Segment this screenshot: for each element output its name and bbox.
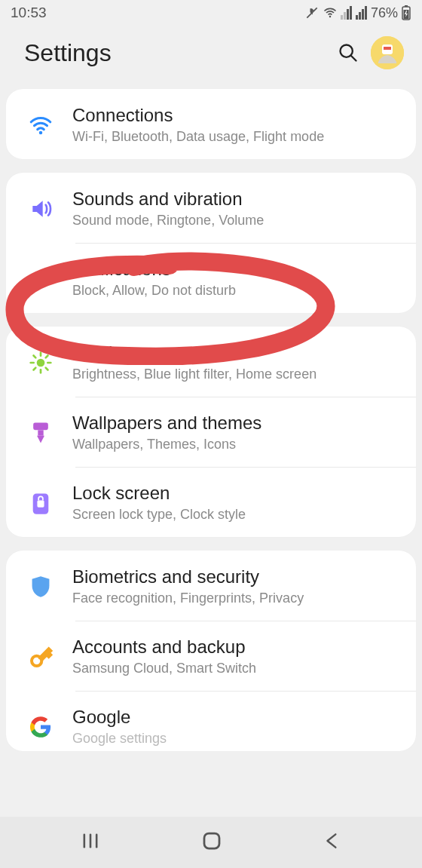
settings-group: Sounds and vibration Sound mode, Rington…	[6, 173, 416, 313]
nav-recents[interactable]	[80, 830, 101, 854]
row-title: Biometrics and security	[72, 566, 402, 587]
row-title: Google	[72, 707, 402, 728]
svg-rect-8	[362, 9, 364, 20]
signal-icon-2	[356, 6, 368, 20]
row-subtitle: Wi-Fi, Bluetooth, Data usage, Flight mod…	[72, 129, 402, 145]
nav-back[interactable]	[323, 831, 342, 854]
row-display[interactable]: Display Brightness, Blue light filter, H…	[6, 327, 416, 397]
signal-icon	[341, 6, 353, 20]
key-icon	[20, 645, 62, 669]
svg-rect-3	[344, 12, 346, 20]
wifi-icon	[323, 5, 338, 20]
row-accounts[interactable]: Accounts and backup Samsung Cloud, Smart…	[6, 621, 416, 691]
row-subtitle: Google settings	[72, 731, 402, 747]
svg-rect-33	[37, 500, 44, 507]
google-icon	[20, 716, 62, 738]
svg-point-18	[39, 130, 43, 134]
nav-bar	[0, 817, 422, 868]
avatar-icon	[371, 36, 404, 69]
wifi-icon	[20, 112, 62, 138]
settings-group: Display Brightness, Blue light filter, H…	[6, 327, 416, 537]
row-title: Notifications	[72, 259, 402, 280]
mute-icon	[304, 5, 320, 20]
svg-line-27	[46, 367, 48, 370]
search-button[interactable]	[332, 36, 365, 69]
battery-icon	[401, 5, 411, 20]
svg-line-26	[34, 355, 36, 357]
svg-point-21	[37, 358, 45, 367]
svg-rect-5	[350, 6, 352, 20]
wallpaper-icon	[20, 421, 62, 445]
svg-line-29	[46, 355, 48, 357]
row-notifications[interactable]: Notifications Block, Allow, Do not distu…	[6, 243, 416, 313]
settings-group: Connections Wi-Fi, Bluetooth, Data usage…	[6, 89, 416, 159]
row-subtitle: Brightness, Blue light filter, Home scre…	[72, 367, 402, 382]
row-subtitle: Samsung Cloud, Smart Switch	[72, 661, 402, 676]
notifications-icon	[20, 269, 62, 289]
row-title: Sounds and vibration	[72, 189, 402, 210]
sound-icon	[20, 197, 62, 221]
row-sounds[interactable]: Sounds and vibration Sound mode, Rington…	[6, 173, 416, 243]
battery-text: 76%	[371, 5, 398, 21]
svg-line-28	[34, 367, 36, 370]
shield-icon	[20, 575, 62, 599]
settings-group: Biometrics and security Face recognition…	[6, 551, 416, 751]
svg-rect-2	[341, 15, 343, 20]
back-icon	[323, 831, 342, 851]
row-title: Connections	[72, 105, 402, 126]
svg-rect-30	[33, 422, 48, 430]
row-title: Display	[72, 342, 402, 363]
svg-rect-7	[359, 12, 361, 20]
status-right: 76%	[304, 5, 411, 21]
svg-rect-11	[405, 5, 408, 7]
svg-rect-17	[384, 47, 391, 50]
row-subtitle: Screen lock type, Clock style	[72, 507, 402, 523]
page-title: Settings	[24, 39, 332, 67]
row-subtitle: Block, Allow, Do not disturb	[72, 283, 402, 299]
recents-icon	[80, 830, 101, 851]
status-bar: 10:53 76%	[0, 0, 422, 23]
row-google[interactable]: Google Google settings	[6, 691, 416, 751]
lock-icon	[20, 491, 62, 515]
svg-rect-6	[356, 15, 358, 20]
display-icon	[20, 351, 62, 375]
row-connections[interactable]: Connections Wi-Fi, Bluetooth, Data usage…	[6, 89, 416, 159]
row-title: Wallpapers and themes	[72, 413, 402, 434]
svg-rect-9	[365, 6, 367, 20]
row-title: Lock screen	[72, 483, 402, 504]
svg-line-14	[351, 56, 356, 61]
svg-rect-4	[347, 9, 349, 20]
row-subtitle: Face recognition, Fingerprints, Privacy	[72, 590, 402, 606]
row-title: Accounts and backup	[72, 636, 402, 658]
status-time: 10:53	[11, 5, 47, 21]
row-wallpapers[interactable]: Wallpapers and themes Wallpapers, Themes…	[6, 397, 416, 467]
row-subtitle: Wallpapers, Themes, Icons	[72, 437, 402, 452]
home-icon	[200, 830, 223, 852]
row-lockscreen[interactable]: Lock screen Screen lock type, Clock styl…	[6, 467, 416, 537]
search-icon	[338, 42, 359, 63]
nav-home[interactable]	[200, 830, 223, 855]
header: Settings	[0, 23, 422, 89]
row-subtitle: Sound mode, Ringtone, Volume	[72, 213, 402, 229]
svg-point-20	[44, 271, 50, 277]
row-biometrics[interactable]: Biometrics and security Face recognition…	[6, 551, 416, 621]
svg-rect-31	[38, 430, 43, 435]
svg-point-1	[329, 16, 332, 18]
svg-rect-38	[204, 833, 219, 848]
profile-avatar[interactable]	[371, 36, 404, 69]
